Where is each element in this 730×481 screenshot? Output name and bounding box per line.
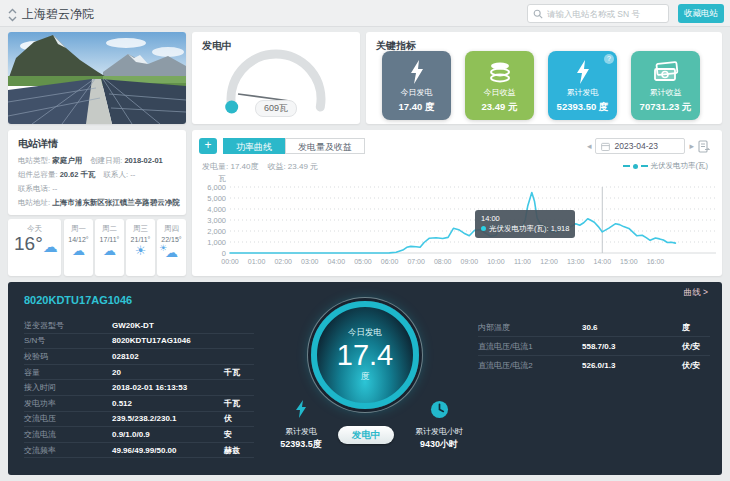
cloud-icon: ☁	[43, 240, 58, 254]
weather-temp: 14/12°	[66, 236, 91, 243]
weather-day-label: 周二	[97, 224, 122, 234]
calendar-icon	[601, 142, 610, 151]
chart-tabs: 功率曲线 发电量及收益	[223, 138, 365, 154]
table-row: S/N号8020KDTU17AG1046	[24, 334, 254, 350]
svg-text:15:00: 15:00	[620, 258, 638, 265]
svg-text:4,000: 4,000	[207, 205, 226, 214]
field-value: 20.62 千瓦	[60, 170, 96, 179]
table-row: 直流电压/电流1558.7/0.3伏/安	[478, 337, 710, 356]
kpi-today-income: 今日收益 23.49 元	[465, 51, 534, 120]
svg-text:1,000: 1,000	[207, 238, 226, 247]
inverter-panel: 8020KDTU17AG1046 曲线 > 逆变器型号GW20K-DT S/N号…	[8, 282, 722, 475]
table-row: 交流电流0.9/1.0/0.9安	[24, 427, 254, 443]
cloud-icon: ☁	[97, 244, 122, 258]
table-row: 交流频率49.96/49.99/50.00赫兹	[24, 443, 254, 459]
gauge-unit: 度	[361, 371, 370, 383]
sun-icon: ☀	[128, 244, 153, 258]
table-row: 交流电压239.5/238.2/230.1伏	[24, 412, 254, 428]
inverter-left-table: 逆变器型号GW20K-DT S/N号8020KDTU17AG1046 校验码02…	[24, 318, 254, 458]
gauge-title: 发电中	[202, 39, 232, 53]
svg-text:00:00: 00:00	[221, 258, 239, 265]
station-details-card: 电站详情 电站类型: 家庭户用 创建日期: 2018-02-01 组件总容量: …	[8, 130, 186, 215]
field-label: 组件总容量:	[18, 170, 58, 179]
field-value: --	[52, 184, 57, 193]
weather-today-card: 今天 16° ☁	[8, 219, 61, 276]
add-chart-button[interactable]: +	[199, 138, 217, 154]
svg-text:16:00: 16:00	[647, 258, 665, 265]
svg-text:12:00: 12:00	[540, 258, 558, 265]
weather-day-card: 周一 14/12° ☁	[64, 219, 93, 276]
weather-day-label: 周三	[128, 224, 153, 234]
power-chart-card: + 功率曲线 发电量及收益 ◂ 2023-04-23 ▸ 发电量:	[192, 130, 722, 276]
kpi-label: 累计收益	[650, 87, 682, 98]
chart-summary: 发电量: 17.40度 收益: 23.49 元	[202, 161, 318, 172]
table-row: 直流电压/电流2526.0/1.3伏/安	[478, 356, 710, 375]
kpi-total-income: 累计收益 70731.23 元	[631, 51, 700, 120]
kpi-today-generation: 今日发电 17.40 度	[382, 51, 451, 120]
inverter-right-table: 内部温度30.6度 直流电压/电流1558.7/0.3伏/安 直流电压/电流25…	[478, 318, 710, 375]
details-title: 电站详情	[18, 137, 176, 151]
gauge-value: 609瓦	[255, 100, 297, 117]
svg-text:08:00: 08:00	[434, 258, 452, 265]
table-row: 容量20千瓦	[24, 365, 254, 381]
tab-energy-income[interactable]: 发电量及收益	[285, 138, 365, 154]
curve-link[interactable]: 曲线 >	[684, 287, 708, 299]
tab-power-curve[interactable]: 功率曲线	[223, 138, 285, 154]
svg-text:07:00: 07:00	[407, 258, 425, 265]
svg-text:5,000: 5,000	[207, 194, 226, 203]
generating-status-button[interactable]: 发电中	[338, 426, 394, 444]
station-search	[527, 4, 669, 23]
power-gauge-card: 发电中 609瓦	[192, 32, 360, 124]
field-label: 电站类型:	[18, 156, 50, 165]
weather-temp: 21/11°	[128, 236, 153, 243]
date-value: 2023-04-23	[614, 141, 657, 151]
svg-text:04:00: 04:00	[328, 258, 346, 265]
weather-day-label: 周四	[159, 224, 184, 234]
prev-date-arrow[interactable]: ◂	[587, 138, 592, 154]
kpi-label: 今日发电	[401, 87, 433, 98]
search-input[interactable]	[547, 9, 663, 19]
table-row: 校验码028102	[24, 349, 254, 365]
gauge-label: 今日发电	[348, 327, 382, 339]
bolt-icon	[295, 400, 308, 419]
kpi-value: 23.49 元	[482, 101, 518, 114]
kpi-value: 17.40 度	[399, 101, 435, 114]
kpi-label: 今日收益	[484, 87, 516, 98]
next-date-arrow[interactable]: ▸	[689, 138, 694, 154]
solar-farm-image	[8, 32, 186, 124]
weather-day-card: 周三 21/11° ☀	[126, 219, 155, 276]
legend-pv-power[interactable]: 光伏发电功率(瓦)	[623, 161, 709, 171]
field-value: 家庭户用	[52, 156, 82, 165]
today-generation-gauge: 今日发电 17.4 度	[311, 301, 419, 409]
kpi-label: 累计发电	[567, 87, 599, 98]
station-title: 上海碧云净院	[22, 6, 94, 23]
svg-text:0: 0	[222, 249, 226, 258]
date-picker[interactable]: 2023-04-23	[595, 138, 685, 154]
sort-icon[interactable]	[8, 8, 17, 22]
clock-icon	[430, 400, 449, 419]
weather-day-card: 周四 22/15° ☀☁	[157, 219, 186, 276]
kpi-value: 70731.23 元	[640, 101, 692, 114]
total-generation-block: 累计发电 52393.5度	[270, 400, 332, 451]
svg-text:01:00: 01:00	[248, 258, 266, 265]
weather-day-card: 周二 17/11° ☁	[95, 219, 124, 276]
field-value: --	[130, 170, 135, 179]
kpi-value: 52393.50 度	[557, 101, 609, 114]
coins-icon	[465, 59, 534, 85]
favorite-station-button[interactable]: 收藏电站	[678, 4, 724, 23]
partly-cloudy-icon: ☀☁	[165, 246, 178, 260]
dashboard: 上海碧云净院 收藏电站	[0, 0, 730, 481]
generation-hours-value: 9430小时	[406, 438, 472, 451]
station-photo	[8, 32, 186, 124]
inverter-sn-tab[interactable]: 8020KDTU17AG1046	[24, 294, 132, 306]
field-label: 联系人:	[104, 170, 129, 179]
svg-text:2,000: 2,000	[207, 227, 226, 236]
table-row: 接入时间2018-02-01 16:13:53	[24, 380, 254, 396]
export-icon[interactable]	[698, 140, 710, 153]
gauge-value: 17.4	[337, 339, 393, 371]
table-row: 逆变器型号GW20K-DT	[24, 318, 254, 334]
bolt-icon	[548, 59, 617, 85]
total-generation-label: 累计发电	[270, 426, 332, 437]
field-label: 联系电话:	[18, 184, 50, 193]
key-metrics-card: 关键指标 今日发电 17.40 度 今日收益 23.49 元	[366, 32, 722, 124]
